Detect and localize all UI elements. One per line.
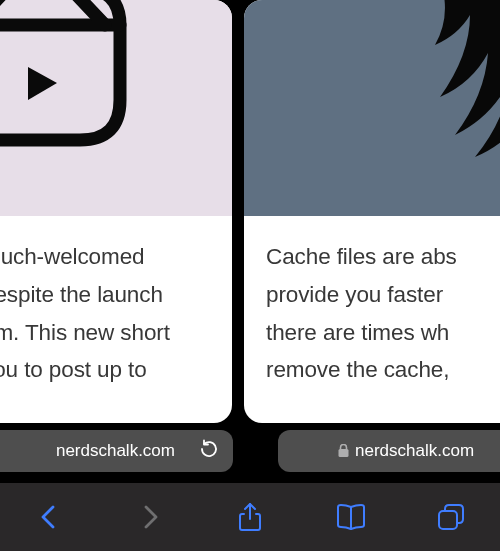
article-snippet-right: Cache files are abs provide you faster t… xyxy=(244,216,500,389)
hero-image-right xyxy=(244,0,500,216)
address-bar-left[interactable]: nerdschalk.com xyxy=(0,430,233,472)
share-button[interactable] xyxy=(229,496,271,538)
reload-icon[interactable] xyxy=(199,439,219,464)
forward-button xyxy=(129,496,171,538)
back-button[interactable] xyxy=(28,496,70,538)
tabs-button[interactable] xyxy=(430,496,472,538)
box-icon xyxy=(0,0,135,159)
lock-icon xyxy=(338,444,349,458)
address-bar-right[interactable]: nerdschalk.com xyxy=(278,430,500,472)
url-text-left: nerdschalk.com xyxy=(56,441,175,461)
bottom-toolbar xyxy=(0,483,500,551)
svg-rect-1 xyxy=(439,511,457,529)
svg-rect-0 xyxy=(339,449,349,457)
article-snippet-left: much-welcomed despite the launch em. Thi… xyxy=(0,216,232,389)
url-text-right: nerdschalk.com xyxy=(355,441,474,461)
hero-image-left xyxy=(0,0,232,216)
software-icon xyxy=(430,0,500,179)
tab-preview-right[interactable]: Cache files are abs provide you faster t… xyxy=(244,0,500,423)
tab-preview-left[interactable]: much-welcomed despite the launch em. Thi… xyxy=(0,0,232,423)
bookmarks-button[interactable] xyxy=(330,496,372,538)
